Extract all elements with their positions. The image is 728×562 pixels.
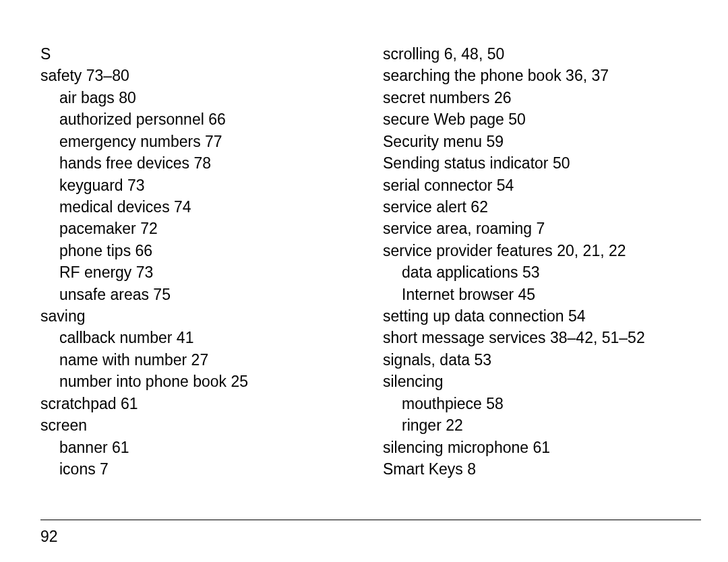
index-subentry: name with number 27	[40, 349, 364, 371]
index-entry: Sending status indicator 50	[383, 152, 688, 174]
index-entry: Security menu 59	[383, 131, 688, 152]
index-column-left: S safety 73–80air bags 80authorized pers…	[40, 43, 364, 480]
index-subentry: ringer 22	[383, 414, 688, 436]
index-entry: scratchpad 61	[40, 393, 364, 414]
index-subentry: RF energy 73	[40, 261, 364, 283]
index-subentry: number into phone book 25	[40, 371, 364, 392]
index-entry: short message services 38–42, 51–52	[383, 327, 688, 348]
index-entry: silencing	[383, 371, 688, 392]
index-subentry: unsafe areas 75	[40, 284, 364, 305]
index-entry: saving	[40, 305, 364, 327]
index-entry: signals, data 53	[383, 349, 688, 371]
index-subentry: mouthpiece 58	[383, 393, 688, 414]
index-entry: secure Web page 50	[383, 108, 688, 130]
index-entry: screen	[40, 414, 364, 436]
index-subentry: pacemaker 72	[40, 218, 364, 239]
index-subentry: phone tips 66	[40, 240, 364, 261]
index-subentry: keyguard 73	[40, 175, 364, 196]
index-entry: silencing microphone 61	[383, 437, 688, 458]
footer-divider	[40, 520, 701, 520]
index-subentry: data applications 53	[383, 261, 688, 283]
index-entry: service area, roaming 7	[383, 218, 688, 239]
index-page: S safety 73–80air bags 80authorized pers…	[0, 0, 728, 480]
index-entries-right: scrolling 6, 48, 50searching the phone b…	[383, 43, 688, 480]
index-subentry: hands free devices 78	[40, 152, 364, 174]
index-entry: secret numbers 26	[383, 87, 688, 108]
index-subentry: callback number 41	[40, 327, 364, 348]
index-subentry: air bags 80	[40, 87, 364, 108]
index-column-right: scrolling 6, 48, 50searching the phone b…	[377, 43, 688, 480]
index-entry: scrolling 6, 48, 50	[383, 43, 688, 65]
index-section-heading: S	[40, 43, 364, 65]
index-entry: searching the phone book 36, 37	[383, 65, 688, 86]
index-entry: serial connector 54	[383, 175, 688, 196]
index-entry: safety 73–80	[40, 65, 364, 86]
index-entry: setting up data connection 54	[383, 305, 688, 327]
index-entry: service provider features 20, 21, 22	[383, 240, 688, 261]
index-entry: service alert 62	[383, 196, 688, 218]
index-subentry: medical devices 74	[40, 196, 364, 218]
index-subentry: icons 7	[40, 458, 364, 480]
index-entry: Smart Keys 8	[383, 458, 688, 480]
index-subentry: emergency numbers 77	[40, 131, 364, 152]
index-subentry: Internet browser 45	[383, 284, 688, 305]
page-number: 92	[40, 526, 58, 547]
index-subentry: authorized personnel 66	[40, 108, 364, 130]
index-subentry: banner 61	[40, 437, 364, 458]
index-entries-left: safety 73–80air bags 80authorized person…	[40, 65, 364, 480]
